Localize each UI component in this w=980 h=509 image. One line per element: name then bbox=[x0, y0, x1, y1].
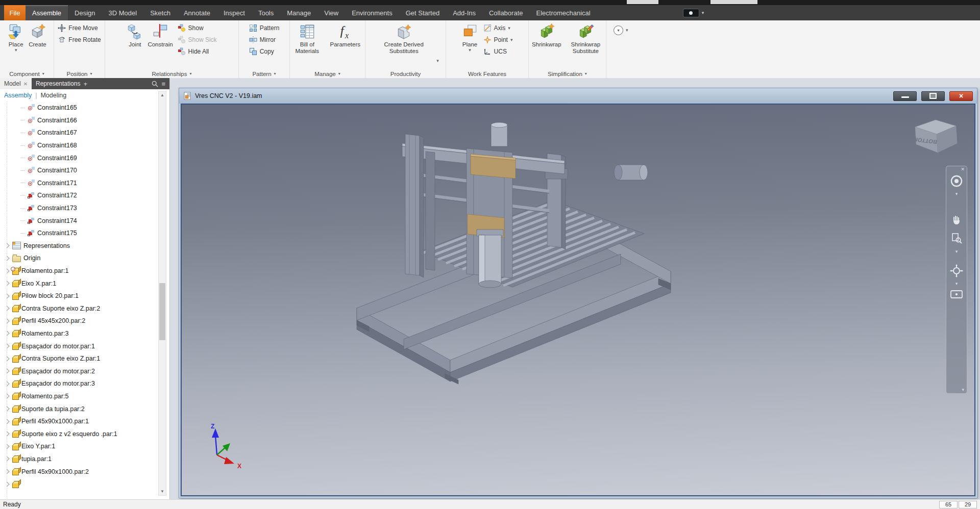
tree-item-constraint[interactable]: Constraint170 bbox=[0, 164, 157, 177]
expand-chevron-icon[interactable] bbox=[5, 481, 10, 487]
group-label-manage[interactable]: Manage ▾ bbox=[290, 71, 365, 77]
full-navigation-wheel-icon[interactable] bbox=[950, 174, 963, 188]
expand-chevron-icon[interactable] bbox=[5, 406, 10, 412]
tree-item-constraint[interactable]: Constraint169 bbox=[0, 151, 157, 164]
expand-chevron-icon[interactable] bbox=[5, 356, 10, 361]
scroll-down-icon[interactable]: ▼ bbox=[159, 488, 166, 495]
parameters-button[interactable]: fx Parameters bbox=[326, 21, 365, 66]
tab-environments[interactable]: Environments bbox=[345, 5, 399, 20]
tree-item-part[interactable]: Espaçador do motor.par:1 bbox=[0, 340, 157, 352]
free-move-button[interactable]: Free Move bbox=[56, 23, 103, 33]
close-icon[interactable]: ✕ bbox=[23, 81, 28, 87]
group-label-work-features[interactable]: Work Features bbox=[446, 71, 528, 77]
tree-item-part[interactable]: Rolamento.par:5 bbox=[0, 390, 157, 403]
expand-chevron-icon[interactable] bbox=[5, 444, 10, 449]
add-tab-icon[interactable]: + bbox=[83, 80, 87, 88]
group-label-relationships[interactable]: Relationships ▾ bbox=[105, 71, 238, 77]
modeling-view-link[interactable]: Modeling bbox=[40, 92, 66, 99]
group-label-productivity[interactable]: Productivity bbox=[365, 71, 446, 77]
document-titlebar[interactable]: Vres CNC V2 - V19.iam × bbox=[179, 88, 977, 104]
search-icon[interactable] bbox=[152, 81, 158, 87]
tree-item-constraint[interactable]: Constraint168 bbox=[0, 139, 157, 152]
place-button[interactable]: Place ▾ bbox=[6, 21, 26, 66]
pattern-button[interactable]: Pattern bbox=[247, 23, 282, 33]
tree-item-part[interactable]: Perfil 45x45x200.par:2 bbox=[0, 315, 157, 327]
view-cube[interactable]: BOTTOM bbox=[909, 116, 960, 160]
tree-item-part[interactable]: Contra Suporte eixo Z.par:2 bbox=[0, 302, 157, 315]
tree-item-part[interactable]: Eixo X.par:1 bbox=[0, 277, 157, 290]
browser-scrollbar[interactable]: ▲ ▼ bbox=[158, 91, 166, 496]
tab-annotate[interactable]: Annotate bbox=[177, 5, 217, 20]
expand-chevron-icon[interactable] bbox=[5, 243, 10, 248]
tree-item-constraint[interactable]: Constraint172 bbox=[0, 189, 157, 202]
tree-item-constraint[interactable]: Constraint173 bbox=[0, 202, 157, 215]
point-button[interactable]: Point ▾ bbox=[481, 35, 515, 44]
tree-item-part[interactable]: Suporte da tupia.par:2 bbox=[0, 402, 157, 415]
group-label-position[interactable]: Position ▾ bbox=[54, 71, 105, 77]
shrinkwrap-button[interactable]: Shrinkwrap bbox=[529, 21, 565, 66]
tree-item-origin[interactable]: Origin bbox=[0, 252, 157, 265]
expand-chevron-icon[interactable] bbox=[5, 394, 10, 399]
tree-item-part[interactable]: Rolamento.par:3 bbox=[0, 327, 157, 340]
scrollbar-thumb[interactable] bbox=[159, 283, 165, 340]
expand-chevron-icon[interactable] bbox=[5, 469, 10, 474]
assembly-view-link[interactable]: Assembly bbox=[4, 92, 32, 99]
expand-chevron-icon[interactable] bbox=[5, 331, 10, 336]
navigation-bar[interactable]: ✕ ▾ ▾ ▾ ▾ bbox=[946, 166, 967, 394]
tree-item-constraint[interactable]: Constraint175 bbox=[0, 227, 157, 240]
group-label-pattern[interactable]: Pattern ▾ bbox=[239, 71, 289, 77]
expand-chevron-icon[interactable] bbox=[5, 419, 10, 424]
menu-icon[interactable]: ≡ bbox=[161, 80, 165, 88]
expand-chevron-icon[interactable] bbox=[5, 431, 10, 437]
tree-item-part[interactable]: tupia.par:1 bbox=[0, 453, 157, 466]
screencast-record-button[interactable]: ▾ bbox=[683, 9, 704, 17]
plane-button[interactable]: Plane ▾ bbox=[460, 21, 480, 66]
expand-chevron-icon[interactable] bbox=[5, 318, 10, 323]
scroll-up-icon[interactable]: ▲ bbox=[159, 91, 166, 99]
expand-chevron-icon[interactable] bbox=[5, 293, 10, 298]
close-button[interactable]: × bbox=[949, 91, 973, 101]
minimize-button[interactable] bbox=[893, 91, 917, 101]
tab-inspect[interactable]: Inspect bbox=[217, 5, 252, 20]
tab-electromechanical[interactable]: Electromechanical bbox=[529, 5, 597, 20]
axis-button[interactable]: Axis ▾ bbox=[481, 23, 515, 33]
tab-manage[interactable]: Manage bbox=[280, 5, 317, 20]
tab-design[interactable]: Design bbox=[68, 5, 102, 20]
group-label-simplification[interactable]: Simplification ▾ bbox=[529, 71, 606, 77]
browser-tab-model[interactable]: Model ✕ bbox=[0, 78, 32, 89]
create-derived-substitutes-button[interactable]: Create Derived Substitutes bbox=[372, 21, 435, 66]
expand-chevron-icon[interactable] bbox=[5, 268, 10, 273]
copy-button[interactable]: Copy bbox=[247, 47, 282, 56]
tab-add-ins[interactable]: Add-Ins bbox=[446, 5, 482, 20]
cnc-model[interactable] bbox=[345, 120, 692, 395]
expand-chevron-icon[interactable] bbox=[5, 281, 10, 286]
viewport-3d[interactable]: BOTTOM ✕ ▾ ▾ ▾ ▾ bbox=[181, 104, 975, 496]
tree-item-part[interactable]: Espaçador do motor.par:2 bbox=[0, 365, 157, 377]
expand-chevron-icon[interactable] bbox=[5, 344, 10, 349]
tree-item-constraint[interactable]: Constraint167 bbox=[0, 126, 157, 139]
navbar-close-icon[interactable]: ✕ bbox=[961, 167, 965, 172]
hide-all-button[interactable]: Hide All bbox=[176, 47, 219, 56]
tab-view[interactable]: View bbox=[317, 5, 345, 20]
ucs-button[interactable]: UCS bbox=[481, 47, 515, 56]
bill-of-materials-button[interactable]: Bill of Materials bbox=[290, 21, 325, 66]
tree-item-part[interactable]: Suporte eixo z v2 esquerdo .par:1 bbox=[0, 427, 157, 440]
tree-item-constraint[interactable]: Constraint174 bbox=[0, 214, 157, 227]
constrain-button[interactable]: Constrain bbox=[146, 21, 174, 66]
expand-chevron-icon[interactable] bbox=[5, 256, 10, 261]
tab-3d-model[interactable]: 3D Model bbox=[102, 5, 144, 20]
chevron-down-icon[interactable]: ▾ bbox=[955, 249, 958, 254]
pan-hand-icon[interactable] bbox=[950, 214, 963, 226]
tree-item-partial[interactable] bbox=[0, 478, 157, 491]
free-rotate-button[interactable]: Free Rotate bbox=[56, 35, 103, 44]
expand-chevron-icon[interactable] bbox=[5, 306, 10, 311]
tree-item-constraint[interactable]: Constraint166 bbox=[0, 114, 157, 127]
navbar-expand-icon[interactable]: ▾ bbox=[962, 387, 964, 392]
expand-chevron-icon[interactable] bbox=[5, 369, 10, 374]
tree-item-constraint[interactable]: Constraint171 bbox=[0, 177, 157, 190]
tree-item-part[interactable]: Perfil 45x90x1000.par:1 bbox=[0, 415, 157, 428]
tree-item-constraint[interactable]: Constraint165 bbox=[0, 101, 157, 114]
joint-button[interactable]: Joint bbox=[125, 21, 145, 66]
tree-item-representations[interactable]: Representations bbox=[0, 240, 157, 252]
group-label-component[interactable]: Component ▾ bbox=[0, 71, 54, 77]
